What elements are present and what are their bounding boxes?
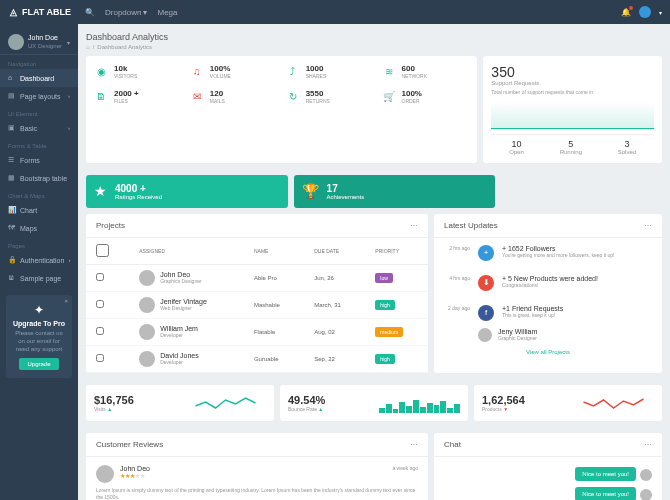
sidebar-user[interactable]: John Doe UX Designer ▾ [0,30,78,55]
solved-count: 3 [618,139,636,149]
table-row[interactable]: John DeoGraphics DesignerAble ProJun, 26… [86,264,428,291]
avatar [139,270,155,286]
sidebar-item-auth[interactable]: 🔒Authentication› [0,251,78,269]
stat-icon: ♫ [190,65,204,79]
support-desc: Total number of support requests that co… [491,89,654,96]
bounce-metric: 49.54%Bounce Rate ▲ [280,385,468,421]
support-card: 350 Support Requests Total number of sup… [483,56,662,163]
upgrade-title: Upgrade To Pro [12,320,66,327]
stat-cell: 🛒100%ORDER [382,89,470,104]
top-nav: 🔍 Dropdown ▾ Mega [85,8,177,17]
priority-badge: low [375,273,393,283]
row-checkbox[interactable] [96,327,104,335]
col-name: NAME [244,238,304,265]
sidebar-item-maps[interactable]: 🗺Maps [0,219,78,237]
nav-label: Forms & Table [0,137,78,151]
stat-icon: ✉ [190,90,204,104]
chat-title: Chat [444,440,461,449]
star-rating: ★★★★★ [120,472,150,479]
stat-cell: ↻3550RETURNS [286,89,374,104]
notification-bell-icon[interactable]: 🔔 [621,8,631,17]
card-menu-icon[interactable]: ⋯ [644,221,652,230]
row-checkbox[interactable] [96,354,104,362]
sparkle-icon: ✦ [12,303,66,317]
sidebar-item-forms[interactable]: ☰Forms [0,151,78,169]
sparkline [573,393,654,413]
brand[interactable]: ◬ FLAT ABLE [8,7,71,17]
sidebar-item-chart[interactable]: 📊Chart [0,201,78,219]
stat-cell: ◉10kVISITORS [94,64,182,79]
avatar [139,297,155,313]
sidebar-item-bootstrap-table[interactable]: ▦Bootstrap table [0,169,78,187]
card-menu-icon[interactable]: ⋯ [410,221,418,230]
upgrade-desc: Please contact us on our email for need … [12,330,66,353]
update-icon: f [478,305,494,321]
priority-badge: high [375,300,394,310]
nav-dropdown[interactable]: Dropdown ▾ [105,8,147,17]
select-all-checkbox[interactable] [96,244,109,257]
stat-cell: ⤴1000SHARES [286,64,374,79]
nav-label: Chart & Maps [0,187,78,201]
sidebar-item-basic[interactable]: ▣Basic› [0,119,78,137]
chevron-right-icon: › [68,257,70,263]
upgrade-button[interactable]: Upgrade [19,358,58,370]
stats-card: ◉10kVISITORS♫100%VOLUME⤴1000SHARES≋600NE… [86,56,477,163]
row-checkbox[interactable] [96,300,104,308]
support-label: Support Requests [491,80,654,86]
row-checkbox[interactable] [96,273,104,281]
col-priority: PRIORITY [365,238,428,265]
nav-label: Pages [0,237,78,251]
nav-search-icon[interactable]: 🔍 [85,8,95,17]
map-icon: 🗺 [8,224,16,232]
ratings-box: ★ 4000 +Ratings Received [86,175,288,208]
avatar [8,34,24,50]
stat-cell: ♫100%VOLUME [190,64,278,79]
chevron-right-icon: › [68,93,70,99]
arrow-up-icon: ▲ [318,406,323,412]
lock-icon: 🔒 [8,256,16,264]
card-menu-icon[interactable]: ⋯ [644,440,652,449]
sparkline [185,393,266,413]
stat-icon: 🗎 [94,90,108,104]
nav-label: UI Element [0,105,78,119]
stat-icon: 🛒 [382,90,396,104]
reviews-title: Customer Reviews [96,440,163,449]
update-item: 2 day agof+1 Friend RequestsThis is grea… [434,298,662,328]
breadcrumb[interactable]: ⌂ / Dashboard Analytics [86,44,662,50]
user-role: UX Designer [28,43,62,50]
sidebar-item-dashboard[interactable]: ⌂Dashboard [0,69,78,87]
view-all-link[interactable]: View all Projects [434,342,662,362]
sidebar-item-sample[interactable]: 🗎Sample page [0,269,78,287]
close-icon[interactable]: × [64,298,68,304]
nav-mega[interactable]: Mega [157,8,177,17]
table-row[interactable]: William JemDeveloperFlatableAug, 02mediu… [86,318,428,345]
main-content: Dashboard Analytics ⌂ / Dashboard Analyt… [78,24,670,500]
stat-icon: ⤴ [286,65,300,79]
updates-card: Latest Updates⋯ 2 hrs ago++ 1652 Followe… [434,214,662,373]
box-icon: ▣ [8,124,16,132]
table-row[interactable]: Jenifer VintageWeb DesignerMashableMarch… [86,291,428,318]
sidebar-item-page-layouts[interactable]: ▤Page layouts› [0,87,78,105]
table-row[interactable]: David JonesDeveloperGuruableSep, 22high [86,345,428,372]
user-avatar[interactable] [639,6,651,18]
logo-icon: ◬ [8,7,18,17]
home-icon: ⌂ [86,44,90,50]
user-name: John Doe [28,34,62,42]
chevron-down-icon[interactable]: ▾ [659,9,662,16]
card-menu-icon[interactable]: ⋯ [410,440,418,449]
table-icon: ▦ [8,174,16,182]
achievements-box: 🏆 17Achievements [294,175,496,208]
stat-icon: ↻ [286,90,300,104]
page-icon: 🗎 [8,274,16,282]
col-due: DUE DATE [304,238,365,265]
support-sparkline [491,102,654,130]
updates-title: Latest Updates [444,221,498,230]
brand-text: FLAT ABLE [22,7,71,17]
priority-badge: high [375,354,394,364]
star-icon: ★ [94,183,107,199]
nav-label: Navigation [0,55,78,69]
products-metric: 1,62,564Products ▼ [474,385,662,421]
stat-icon: ≋ [382,65,396,79]
support-number: 350 [491,64,654,80]
running-count: 5 [560,139,582,149]
